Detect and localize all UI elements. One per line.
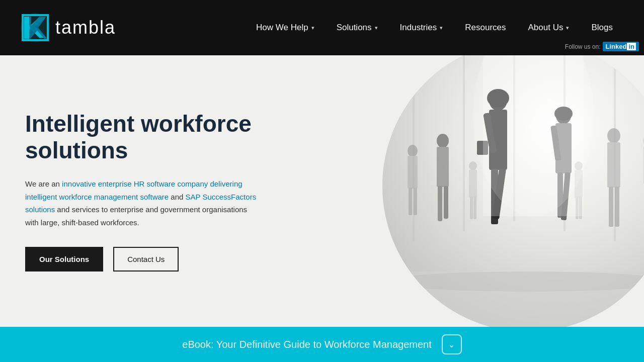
linkedin-follow-area[interactable]: Follow us on: Linkedin [565, 42, 644, 51]
svg-rect-44 [470, 197, 473, 219]
nav-solutions[interactable]: Solutions ▾ [326, 0, 389, 55]
logo-icon [20, 13, 50, 43]
svg-rect-27 [408, 156, 418, 189]
svg-rect-28 [409, 188, 412, 215]
chevron-down-icon: ⌄ [448, 339, 455, 350]
contact-us-button[interactable]: Contact Us [113, 247, 179, 272]
svg-rect-24 [438, 186, 442, 221]
svg-point-42 [469, 161, 477, 170]
svg-rect-45 [473, 197, 476, 219]
svg-rect-23 [437, 147, 449, 187]
nav-how-we-help[interactable]: How We Help ▾ [245, 0, 326, 55]
hero-content: Intelligent workforce solutions We are a… [0, 55, 282, 327]
nav-industries[interactable]: Industries ▾ [389, 0, 454, 55]
chevron-down-icon: ▾ [440, 25, 443, 31]
ebook-text: eBook: Your Definitive Guide to Workforc… [182, 339, 431, 350]
svg-rect-32 [609, 187, 613, 227]
chevron-down-icon: ▾ [375, 25, 378, 31]
logo-text: tambla [55, 17, 116, 38]
hero-body: We are an innovative enterprise HR softw… [25, 177, 257, 229]
scene-svg [382, 55, 644, 327]
people-scene [382, 55, 644, 327]
hero-circle [382, 55, 644, 327]
chevron-down-icon: ▾ [311, 25, 314, 31]
logo-link[interactable]: tambla [20, 13, 116, 43]
hero-image-area [282, 55, 644, 327]
site-header: tambla How We Help ▾ Solutions ▾ Industr… [0, 0, 644, 55]
hero-title: Intelligent workforce solutions [25, 111, 257, 164]
linkedin-badge: Linkedin [603, 42, 639, 51]
svg-rect-3 [463, 55, 465, 231]
svg-point-30 [607, 128, 620, 143]
svg-point-22 [437, 134, 449, 148]
linkedin-label: Follow us on: [565, 43, 601, 50]
nav-resources[interactable]: Resources [454, 0, 517, 55]
chevron-down-icon: ▾ [566, 25, 569, 31]
ebook-banner: eBook: Your Definitive Guide to Workforc… [0, 327, 644, 362]
hero-buttons: Our Solutions Contact Us [25, 247, 257, 272]
svg-rect-31 [607, 142, 620, 188]
svg-rect-43 [469, 170, 477, 198]
svg-rect-29 [414, 188, 417, 215]
hero-section: Intelligent workforce solutions We are a… [0, 55, 644, 327]
svg-rect-25 [444, 186, 448, 219]
svg-point-26 [408, 145, 418, 157]
ebook-download-button[interactable]: ⌄ [442, 334, 462, 354]
svg-rect-33 [615, 187, 619, 227]
our-solutions-button[interactable]: Our Solutions [25, 247, 103, 272]
